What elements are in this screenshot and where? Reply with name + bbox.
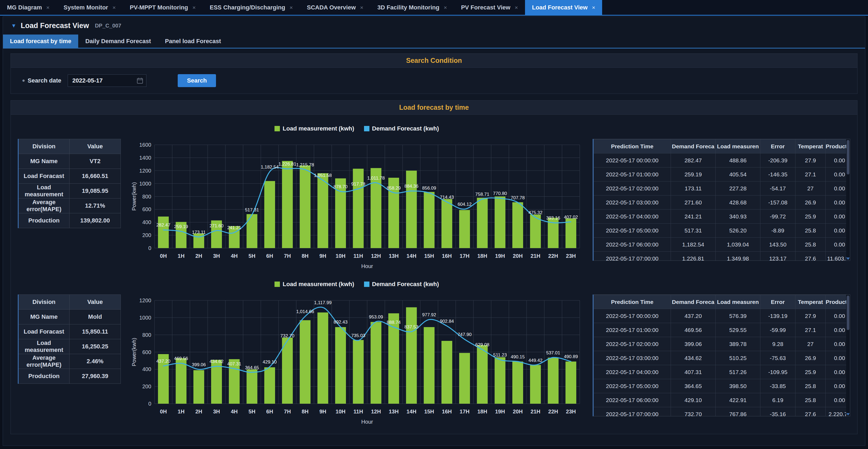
- subtab-label: Panel load Forecast: [165, 38, 221, 45]
- tab-close-icon[interactable]: ×: [592, 4, 595, 11]
- svg-text:4H: 4H: [231, 409, 238, 415]
- table-row[interactable]: 2022-05-17 03:00:00271.60428.68-157.0826…: [594, 196, 850, 210]
- svg-text:9H: 9H: [319, 409, 326, 415]
- table-row[interactable]: 2022-05-17 07:00:00732.70767.86-35.1627.…: [594, 407, 850, 417]
- table-row[interactable]: 2022-05-17 04:00:00407.31517.26-109.9525…: [594, 365, 850, 379]
- table-cell: -109.95: [761, 365, 796, 379]
- tab-close-icon[interactable]: ×: [443, 4, 447, 11]
- svg-text:837.53: 837.53: [404, 324, 418, 330]
- table-cell: -99.72: [761, 210, 796, 223]
- table-row[interactable]: 2022-05-17 06:00:00429.10422.916.1925.80…: [594, 393, 850, 407]
- table-row[interactable]: 2022-05-17 00:00:00282.47488.86-206.3927…: [594, 153, 850, 168]
- table-cell: 2022-05-17 06:00:00: [594, 238, 671, 251]
- forecast-section: Load forecast by time DivisionValue MG N…: [10, 100, 858, 434]
- svg-text:282.47: 282.47: [156, 222, 170, 228]
- subtab-daily-demand-forecast[interactable]: Daily Demand Forecast: [78, 34, 158, 48]
- table-row[interactable]: 2022-05-17 05:00:00364.65398.50-33.8525.…: [594, 379, 850, 393]
- collapse-icon[interactable]: ▼: [11, 23, 17, 29]
- tab-mg-diagram[interactable]: MG Diagram×: [0, 0, 57, 15]
- tab-pv-forecast-view[interactable]: PV Forecast View×: [454, 0, 525, 15]
- table-row[interactable]: 2022-05-17 01:00:00469.56529.55-59.9927.…: [594, 323, 850, 337]
- search-date-input[interactable]: [68, 74, 147, 87]
- table-row[interactable]: 2022-05-17 04:00:00241.21340.93-99.7225.…: [594, 210, 850, 223]
- svg-text:1000: 1000: [140, 181, 152, 187]
- scrollbar-thumb[interactable]: [847, 140, 849, 175]
- legend-forecast-swatch: [364, 126, 369, 131]
- scroll-down-icon[interactable]: [846, 258, 850, 260]
- search-button[interactable]: Search: [178, 74, 216, 87]
- scrollbar-thumb[interactable]: [847, 296, 849, 330]
- table-row[interactable]: 2022-05-17 05:00:00517.31526.20-8.8925.8…: [594, 223, 850, 238]
- tab-scada-overview[interactable]: SCADA Overview×: [300, 0, 371, 15]
- subtab-load-forecast-by-time[interactable]: Load forecast by time: [3, 34, 78, 48]
- page-header: ▼ Load Forecast View DP_C_007: [3, 17, 865, 34]
- table-cell: Load Foracast: [18, 324, 69, 339]
- table-cell: 2022-05-17 04:00:00: [594, 365, 671, 379]
- tab-close-icon[interactable]: ×: [360, 4, 363, 11]
- table-cell: -8.89: [761, 223, 796, 238]
- svg-text:490.15: 490.15: [511, 354, 525, 359]
- scrollbar-1[interactable]: [846, 139, 850, 261]
- info-table-header-row: DivisionValue: [18, 139, 121, 154]
- tab-close-icon[interactable]: ×: [515, 4, 518, 11]
- svg-text:16H: 16H: [442, 253, 452, 259]
- legend-forecast-label: Demand Forecast (kwh): [372, 125, 439, 132]
- table-cell: 27.1: [796, 323, 826, 337]
- legend-measurement-swatch: [275, 126, 280, 131]
- svg-text:6H: 6H: [266, 409, 273, 415]
- table-row[interactable]: 2022-05-17 06:00:001,182.541,039.04143.5…: [594, 238, 850, 251]
- table-row[interactable]: 2022-05-17 01:00:00259.19405.54-146.3527…: [594, 168, 850, 181]
- table-row[interactable]: 2022-05-17 03:00:00434.62510.25-75.6326.…: [594, 351, 850, 365]
- tab-close-icon[interactable]: ×: [46, 4, 50, 11]
- table-cell: -206.39: [761, 153, 796, 168]
- table-row: Load measurement16,250.25: [18, 339, 121, 354]
- subtab-panel-load-forecast[interactable]: Panel load Forecast: [158, 34, 228, 48]
- column-header: Error: [761, 295, 796, 309]
- svg-text:977.92: 977.92: [422, 312, 436, 318]
- search-section-header: Search Condition: [11, 54, 857, 68]
- tab-ess-charging-discharging[interactable]: ESS Charging/Discharging×: [203, 0, 300, 15]
- table-cell: 27.9: [796, 153, 826, 168]
- legend-forecast: Demand Forecast (kwh): [364, 125, 439, 132]
- svg-text:1,117.99: 1,117.99: [314, 300, 332, 305]
- tab-system-monitor[interactable]: System Monitor×: [57, 0, 123, 15]
- svg-text:5H: 5H: [249, 409, 256, 415]
- scroll-down-icon[interactable]: [846, 413, 850, 416]
- svg-text:892.43: 892.43: [334, 320, 348, 325]
- tab-close-icon[interactable]: ×: [192, 4, 195, 11]
- data-table-wrap-1: Prediction TimeDemand ForecaLoad measure…: [593, 139, 850, 261]
- scrollbar-2[interactable]: [846, 295, 850, 416]
- column-header: Value: [69, 139, 121, 154]
- svg-text:3H: 3H: [213, 409, 220, 415]
- tab-close-icon[interactable]: ×: [113, 4, 116, 11]
- table-row: Load Foracast16,660.51: [18, 169, 121, 184]
- svg-text:13H: 13H: [389, 409, 399, 415]
- table-cell: 398.50: [716, 379, 761, 393]
- svg-text:1,215.78: 1,215.78: [296, 162, 314, 168]
- calendar-icon[interactable]: [137, 78, 143, 84]
- table-row[interactable]: 2022-05-17 02:00:00173.11227.28-54.17270…: [594, 181, 850, 196]
- table-cell: 364.65: [671, 379, 716, 393]
- tab-pv-mppt-monitoring[interactable]: PV-MPPT Monitoring×: [123, 0, 203, 15]
- tab-close-icon[interactable]: ×: [289, 4, 293, 11]
- table-row[interactable]: 2022-05-17 00:00:00437.20576.39-139.1927…: [594, 309, 850, 323]
- svg-text:241.21: 241.21: [227, 225, 241, 230]
- table-cell: 16,660.51: [69, 169, 121, 184]
- tab-load-forecast-view[interactable]: Load Forecast View×: [525, 0, 602, 15]
- info-table-1: DivisionValue MG NameVT2Load Foracast16,…: [18, 139, 121, 228]
- table-cell: 173.11: [671, 181, 716, 196]
- table-cell: 434.62: [671, 351, 716, 365]
- tab-3d-facility-monitoring[interactable]: 3D Facility Monitoring×: [371, 0, 454, 15]
- svg-text:732.70: 732.70: [280, 333, 294, 338]
- data-table-header-row: Prediction TimeDemand ForecaLoad measure…: [594, 295, 850, 309]
- table-row[interactable]: 2022-05-17 02:00:00399.06389.789.28270.0…: [594, 337, 850, 351]
- svg-text:10H: 10H: [336, 253, 346, 259]
- table-cell: 282.47: [671, 153, 716, 168]
- table-cell: Load measurement: [18, 184, 69, 199]
- search-date-label: Search date: [28, 77, 61, 84]
- table-cell: 259.19: [671, 168, 716, 181]
- svg-text:20H: 20H: [513, 253, 523, 259]
- table-row[interactable]: 2022-05-17 07:00:001,226.811,349.98123.1…: [594, 251, 850, 261]
- table-cell: 1,039.04: [716, 238, 761, 251]
- table-cell: 340.93: [716, 210, 761, 223]
